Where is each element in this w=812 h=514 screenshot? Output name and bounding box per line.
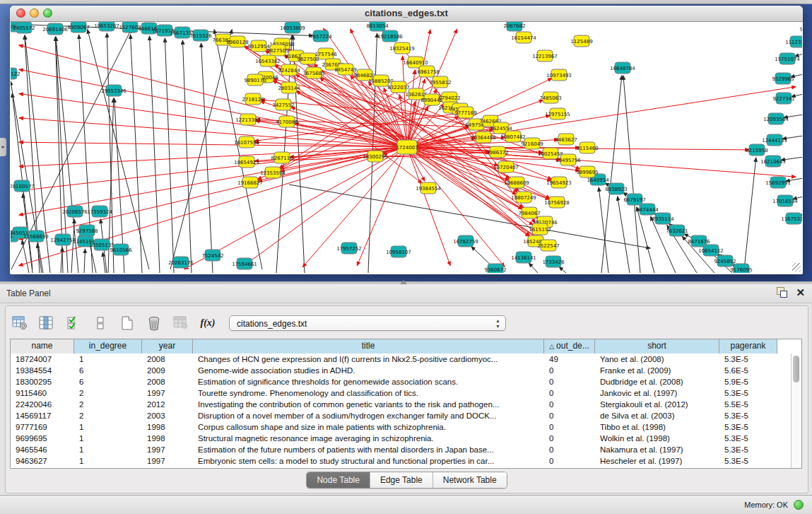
column-header-short[interactable]: short xyxy=(595,339,719,354)
graph-node[interactable]: 7984067 xyxy=(518,207,540,218)
graph-node[interactable]: 9360672 xyxy=(484,264,506,273)
graph-node[interactable]: 9115460 xyxy=(576,142,598,153)
graph-node[interactable]: 12213383 xyxy=(235,114,261,125)
graph-node[interactable]: 16053809 xyxy=(280,22,305,33)
graph-node[interactable]: 12093584 xyxy=(763,113,789,124)
graph-node[interactable]: 11123377 xyxy=(785,36,802,47)
graph-node[interactable]: 3427552 xyxy=(272,99,294,110)
graph-node[interactable]: 8938923 xyxy=(605,183,627,194)
select-all-button[interactable] xyxy=(64,314,83,332)
graph-node[interactable]: 2522547 xyxy=(537,240,559,251)
graph-node[interactable]: 1125489 xyxy=(570,35,592,47)
graph-node[interactable]: 19218586 xyxy=(377,30,403,42)
graph-node[interactable]: 2405572 xyxy=(13,22,35,33)
graph-node[interactable]: 20206576 xyxy=(62,206,88,217)
graph-node[interactable]: 9176095 xyxy=(730,264,752,273)
delete-table-button[interactable] xyxy=(144,314,164,332)
graph-node[interactable]: 16648784 xyxy=(610,62,635,74)
column-header-out_de[interactable]: △out_de... xyxy=(544,339,595,354)
graph-node[interactable]: 7857224 xyxy=(310,30,332,42)
table-row[interactable]: 911546021997Tourette syndrome. Phenomeno… xyxy=(11,387,791,399)
window-resize-grip[interactable] xyxy=(792,263,801,271)
table-row[interactable]: 1456911722003Disruption of a novel membe… xyxy=(11,410,791,421)
graph-node[interactable]: 9245852 xyxy=(714,255,736,267)
graph-node[interactable]: 1733426 xyxy=(542,256,565,267)
network-canvas[interactable]: 1724007915550624055722069140689090671065… xyxy=(11,22,802,273)
graph-node[interactable]: 16154474 xyxy=(511,32,536,43)
graph-node[interactable]: 17359324 xyxy=(87,206,112,217)
graph-node[interactable]: 15692991 xyxy=(765,177,791,188)
graph-node[interactable]: 16782759 xyxy=(453,235,478,247)
graph-node[interactable]: 9227341 xyxy=(772,93,794,104)
graph-node[interactable]: 9329965 xyxy=(772,73,794,84)
table-row[interactable]: 946554611997Estimation of the future num… xyxy=(11,444,791,455)
graph-node[interactable]: 8813054 xyxy=(366,22,389,31)
graph-node[interactable]: 9610566 xyxy=(110,244,132,255)
select-columns-button[interactable] xyxy=(37,314,57,332)
close-panel-icon[interactable]: ✕ xyxy=(796,287,805,298)
table-row[interactable]: 946362711997Embryonic stem cells: a mode… xyxy=(11,455,791,467)
graph-node[interactable]: 1757546 xyxy=(314,48,337,59)
graph-node[interactable]: 9474444 xyxy=(636,204,659,215)
column-header-in_degree[interactable]: in_degree xyxy=(74,339,142,354)
graph-node[interactable]: 1724007 xyxy=(396,140,418,154)
scrollbar-thumb[interactable] xyxy=(793,356,799,382)
graph-node[interactable]: 9242844 xyxy=(278,64,300,76)
table-row[interactable]: 977716911998Corpus callosum shape and si… xyxy=(11,421,791,433)
graph-node[interactable]: 7986372 xyxy=(486,146,508,158)
table-vertical-scrollbar[interactable] xyxy=(791,354,801,468)
graph-node[interactable]: 7632621 xyxy=(666,225,688,236)
network-window-titlebar[interactable]: citations_edges.txt xyxy=(10,6,803,22)
function-builder-button[interactable]: f(x) xyxy=(198,314,218,332)
graph-node[interactable]: 9890170 xyxy=(244,74,266,86)
graph-node[interactable]: 14136141 xyxy=(511,252,536,263)
graph-node[interactable]: 15751074 xyxy=(775,53,800,64)
graph-node[interactable]: 10958107 xyxy=(386,246,411,257)
graph-node[interactable]: 17016534 xyxy=(772,195,798,206)
graph-node[interactable]: 9297588 xyxy=(76,225,98,236)
graph-node[interactable]: 9216049 xyxy=(521,138,543,149)
tab-edge-table[interactable]: Edge Table xyxy=(370,472,433,488)
column-header-year[interactable]: year xyxy=(142,339,193,354)
graph-node[interactable]: 5510214 xyxy=(799,23,802,35)
table-row[interactable]: 1830029562008Estimation of significance … xyxy=(11,376,791,387)
graph-node[interactable]: 7485063 xyxy=(539,92,561,103)
graph-node[interactable]: 12444133 xyxy=(762,134,787,146)
unselect-all-button[interactable] xyxy=(90,314,110,332)
graph-node[interactable]: 3675685 xyxy=(302,67,324,78)
graph-node[interactable]: 18325419 xyxy=(389,42,415,54)
graph-node[interactable]: 8909067 xyxy=(67,22,89,33)
graph-node[interactable]: 12942757 xyxy=(50,234,76,245)
column-header-title[interactable]: title xyxy=(193,339,544,354)
graph-node[interactable]: 2015122 xyxy=(11,68,20,79)
graph-node[interactable]: 2935114 xyxy=(652,213,674,224)
graph-node[interactable]: 8267110 xyxy=(271,152,293,163)
table-row[interactable]: 1872400712008Changes of HCN gene express… xyxy=(11,354,791,365)
graph-node[interactable]: 17957252 xyxy=(336,243,362,254)
graph-node[interactable]: 7524542 xyxy=(201,250,223,261)
graph-node[interactable]: 17594661 xyxy=(232,258,257,269)
graph-node[interactable]: 2718126 xyxy=(242,93,264,105)
graph-node[interactable]: 2087682 xyxy=(503,22,525,31)
table-mode-button[interactable] xyxy=(10,314,30,332)
table-row[interactable]: 969969511998Structural magnetic resonanc… xyxy=(11,433,791,444)
graph-node[interactable]: 9899695 xyxy=(576,166,598,177)
graph-node[interactable]: 20160577 xyxy=(11,180,35,192)
column-header-pagerank[interactable]: pagerank xyxy=(719,339,777,354)
graph-node[interactable]: 16210643 xyxy=(760,156,786,167)
import-table-button[interactable] xyxy=(171,314,191,332)
graph-node[interactable]: 8215958 xyxy=(746,144,767,156)
tab-node-table[interactable]: Node Table xyxy=(307,472,370,488)
graph-node[interactable]: 9777169 xyxy=(454,107,476,118)
graph-node[interactable]: 8960128 xyxy=(226,36,248,47)
float-panel-icon[interactable] xyxy=(777,287,787,298)
graph-node[interactable]: 12213967 xyxy=(532,50,558,62)
graph-node[interactable]: 7955812 xyxy=(429,76,451,88)
table-row[interactable]: 2242004622012Investigating the contribut… xyxy=(11,399,791,410)
column-header-name[interactable]: name xyxy=(11,339,74,354)
table-row[interactable]: 1938455462009Genome-wide association stu… xyxy=(11,365,791,376)
graph-node[interactable]: 20691406 xyxy=(42,23,68,35)
collapsed-panel-handle[interactable]: ▸ xyxy=(0,138,6,156)
new-table-button[interactable] xyxy=(117,314,137,332)
graph-node[interactable]: 1615152 xyxy=(529,223,551,235)
